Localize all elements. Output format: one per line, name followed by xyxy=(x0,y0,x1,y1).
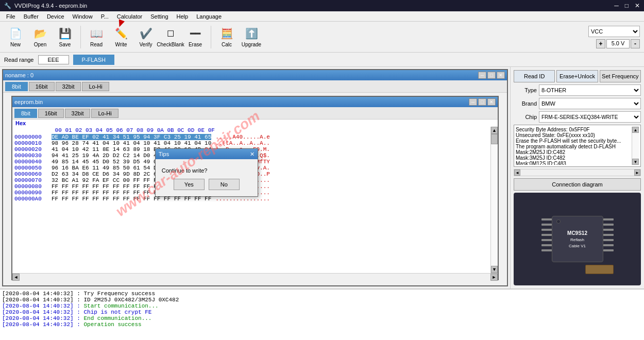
noname-tab-lohi[interactable]: Lo-Hi xyxy=(82,82,109,91)
calc-label: Calc xyxy=(222,42,232,47)
hscroll-right-button[interactable]: ► xyxy=(490,274,498,281)
info-hscroll-left[interactable]: ◄ xyxy=(514,169,520,176)
hex-scrollbar[interactable]: ▲ ▼ xyxy=(490,127,498,273)
menu-calculator[interactable]: Calculator xyxy=(113,12,147,21)
calc-button[interactable]: 🧮 Calc xyxy=(215,24,238,50)
menu-p[interactable]: P... xyxy=(97,12,113,21)
eeprom-tab-8bit[interactable]: 8bit xyxy=(14,109,37,118)
close-button[interactable]: ✕ xyxy=(635,2,640,9)
erase-label: Erase xyxy=(189,42,202,47)
upgrade-button[interactable]: ⬆️ Upgrade xyxy=(240,24,263,50)
chip-body: MC9S12 Reflash Cable V1 xyxy=(552,216,603,262)
hscroll-left-button[interactable]: ◄ xyxy=(12,274,20,281)
hex-row-ascii: ..(tA..A..A..A.. xyxy=(215,140,270,146)
scroll-up-button[interactable]: ▲ xyxy=(491,127,498,134)
pflash-tab[interactable]: P-FLASH xyxy=(73,55,114,65)
menu-help[interactable]: Help xyxy=(173,12,193,21)
eeprom-minimize[interactable]: ─ xyxy=(469,98,477,106)
tips-no-button[interactable]: No xyxy=(209,179,240,190)
save-button[interactable]: 💾 Save xyxy=(54,24,76,50)
hex-header-bytes: 00 01 02 03 04 05 06 07 08 09 0A 0B 0C 0… xyxy=(55,127,215,133)
info-line-6: Mask:3M25J ID:C482 xyxy=(516,155,632,161)
connection-diagram-button[interactable]: Connection diagram xyxy=(514,178,641,191)
type-field-row: Type 8-OTHER xyxy=(514,84,641,96)
chip-pin xyxy=(541,218,552,220)
tips-yes-button[interactable]: Yes xyxy=(174,179,205,190)
tips-close-icon[interactable]: ✕ xyxy=(250,151,255,158)
verify-icon: ✔️ xyxy=(139,26,153,41)
minimize-button[interactable]: ─ xyxy=(614,2,619,9)
read-range-input[interactable] xyxy=(38,55,69,64)
chip-label-line1: MC9S12 xyxy=(565,229,590,237)
chip-pin xyxy=(541,249,552,251)
checkblank-button[interactable]: ☐ CheckBlank xyxy=(159,24,182,50)
menu-window[interactable]: Window xyxy=(69,12,97,21)
app-icon: 🔧 xyxy=(4,3,11,9)
maximize-button[interactable]: □ xyxy=(625,2,629,9)
noname-close[interactable]: ✕ xyxy=(497,72,505,79)
vcc-select[interactable]: VCC xyxy=(588,26,640,37)
noname-tab-8bit[interactable]: 8bit xyxy=(5,82,28,91)
log-text: [2020-08-04 14:40:32] : xyxy=(2,321,83,328)
scroll-down-button[interactable]: ▼ xyxy=(491,266,498,273)
hex-hscrollbar[interactable]: ◄ ► xyxy=(12,273,498,280)
title-bar: 🔧 VVDIProg 4.9.4 - eeprom.bin ─ □ ✕ xyxy=(0,0,644,11)
write-label: Write xyxy=(115,42,127,47)
hex-row-addr: 00000030 xyxy=(14,152,52,159)
chip-pin xyxy=(603,249,614,251)
read-id-button[interactable]: Read ID xyxy=(514,70,555,82)
info-hscrollbar[interactable]: ◄ ► xyxy=(514,169,641,176)
erase-unlock-button[interactable]: Erase+Unlock xyxy=(556,70,598,82)
erase-button[interactable]: ━━ Erase xyxy=(184,24,207,50)
right-action-buttons: Read ID Erase+Unlock Set Frequency xyxy=(514,70,641,82)
noname-tabs: 8bit 16bit 32bit Lo-Hi xyxy=(3,80,507,93)
calc-icon: 🧮 xyxy=(219,26,234,41)
volt-minus-button[interactable]: - xyxy=(631,39,640,48)
info-hscroll-right[interactable]: ► xyxy=(634,169,640,176)
verify-button[interactable]: ✔️ Verify xyxy=(134,24,157,50)
brand-field-row: Brand BMW xyxy=(514,98,641,109)
menu-language[interactable]: Language xyxy=(192,12,226,21)
hex-row-addr: 000000A0 xyxy=(14,196,52,202)
brand-select[interactable]: BMW xyxy=(539,98,641,109)
set-frequency-button[interactable]: Set Frequency xyxy=(600,70,641,82)
menu-device[interactable]: Device xyxy=(43,12,69,21)
menu-file[interactable]: File xyxy=(2,12,20,21)
noname-tab-32bit[interactable]: 32bit xyxy=(56,82,81,91)
new-button[interactable]: 📄 New xyxy=(4,24,27,50)
info-line-3: Erase the P-FLASH will set the security … xyxy=(516,138,632,144)
eeprom-tab-lohi[interactable]: Lo-Hi xyxy=(91,109,118,118)
hex-row-addr: 00000040 xyxy=(14,159,52,165)
scroll-thumb[interactable] xyxy=(491,134,498,144)
open-button[interactable]: 📂 Open xyxy=(29,24,52,50)
upgrade-icon: ⬆️ xyxy=(244,26,259,41)
noname-maximize[interactable]: □ xyxy=(487,72,496,79)
type-select[interactable]: 8-OTHER xyxy=(539,84,641,96)
hex-row-addr: 00000050 xyxy=(14,165,52,171)
menu-setting[interactable]: Setting xyxy=(146,12,172,21)
left-panel: noname : 0 ─ □ ✕ 8bit 16bit 32bit Lo-Hi … xyxy=(0,67,510,288)
volt-plus-button[interactable]: + xyxy=(596,39,605,48)
menu-buffer[interactable]: Buffer xyxy=(20,12,43,21)
noname-window-controls: ─ □ ✕ xyxy=(478,72,505,79)
read-range-label: Read range xyxy=(4,57,34,63)
chip-label-line2: Reflash Cable V1 xyxy=(565,237,590,249)
noname-minimize[interactable]: ─ xyxy=(478,72,486,79)
eeprom-maximize[interactable]: □ xyxy=(478,98,486,106)
info-scroll-down[interactable]: ▼ xyxy=(632,159,639,165)
hex-row-addr: 00000000 xyxy=(14,134,52,140)
info-scroll-up[interactable]: ▲ xyxy=(632,127,639,133)
main-content: noname : 0 ─ □ ✕ 8bit 16bit 32bit Lo-Hi … xyxy=(0,67,644,288)
info-box: Security Byte Address: 0x5FF0F Unsecured… xyxy=(514,125,641,167)
log-text-value: Start communication... xyxy=(83,303,158,309)
info-scrollbar[interactable]: ▲ ▼ xyxy=(632,127,639,165)
chip-visual: MC9S12 Reflash Cable V1 xyxy=(541,213,614,265)
write-button[interactable]: ✏️ Write xyxy=(110,24,132,50)
chip-pin xyxy=(603,224,614,226)
eeprom-tab-16bit[interactable]: 16bit xyxy=(38,109,64,118)
read-button[interactable]: 📖 Read xyxy=(85,24,108,50)
eeprom-tab-32bit[interactable]: 32bit xyxy=(65,109,91,118)
chip-select[interactable]: FRM-E-SERIES-XEQ384-WRITE xyxy=(539,111,641,123)
noname-tab-16bit[interactable]: 16bit xyxy=(29,82,55,91)
eeprom-close[interactable]: ✕ xyxy=(487,98,496,106)
